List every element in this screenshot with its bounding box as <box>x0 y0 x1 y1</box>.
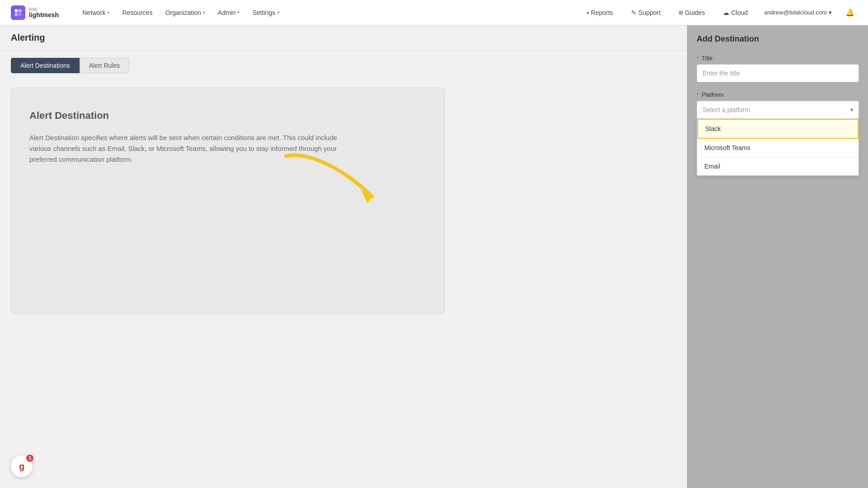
guides-icon: ⊞ <box>679 9 683 16</box>
nav-resources[interactable]: Resources <box>117 6 158 19</box>
card-title: Alert Destination <box>29 110 426 122</box>
avatar-badge: 3 <box>26 455 33 462</box>
notifications-bell-icon[interactable]: 🔔 <box>843 5 857 20</box>
nav-network[interactable]: Network ▾ <box>77 6 115 19</box>
svg-marker-4 <box>361 190 372 203</box>
page-title: Alerting <box>11 33 676 43</box>
title-input[interactable] <box>697 64 859 82</box>
tabs-area: Alert Destinations Alert Rules <box>0 51 687 73</box>
svg-rect-3 <box>19 13 22 16</box>
logo-lightmesh: lightmesh <box>29 12 59 18</box>
alert-destination-card: Alert Destination Alert Destination spec… <box>11 88 445 314</box>
logo-icon <box>11 5 25 20</box>
svg-rect-0 <box>15 9 18 12</box>
svg-rect-2 <box>15 13 18 16</box>
platform-dropdown: Slack Microsoft Teams Email <box>697 119 859 176</box>
nav-guides[interactable]: ⊞ Guides <box>673 6 710 19</box>
nav-right: ▪ Reports ✎ Support ⊞ Guides ☁ Cloud and… <box>581 5 857 20</box>
nav-cloud[interactable]: ☁ Cloud <box>717 6 753 19</box>
required-star: * <box>697 91 699 98</box>
right-sidebar: Add Destination * Title * Platform Selec… <box>687 25 868 488</box>
logo-text: tidal lightmesh <box>29 7 59 18</box>
required-star: * <box>697 55 699 61</box>
user-menu[interactable]: andrew@tidalcloud.com ▾ <box>760 6 835 19</box>
nav-reports[interactable]: ▪ Reports <box>581 6 618 19</box>
platform-option-microsoft-teams[interactable]: Microsoft Teams <box>697 139 859 157</box>
avatar-letter: g <box>19 461 24 472</box>
user-menu-chevron-icon: ▾ <box>829 9 832 16</box>
platform-option-email[interactable]: Email <box>697 157 859 175</box>
chart-icon: ▪ <box>587 9 589 16</box>
sidebar-title: Add Destination <box>697 34 859 44</box>
platform-option-slack[interactable]: Slack <box>697 119 859 139</box>
chevron-down-icon: ▾ <box>277 10 279 15</box>
page-header: Alerting <box>0 25 687 51</box>
nav-organization[interactable]: Organization ▾ <box>160 6 210 19</box>
nav-admin[interactable]: Admin ▾ <box>212 6 245 19</box>
nav-support[interactable]: ✎ Support <box>626 6 666 19</box>
platform-select-button[interactable]: Select a platform ▾ <box>697 101 859 119</box>
cloud-icon: ☁ <box>723 9 729 16</box>
card-description: Alert Destination specifies where alerts… <box>29 132 355 165</box>
svg-rect-1 <box>19 9 22 12</box>
content-area: Alerting Alert Destinations Alert Rules … <box>0 25 687 488</box>
tab-alert-destinations[interactable]: Alert Destinations <box>11 58 80 73</box>
nav-settings[interactable]: Settings ▾ <box>247 6 285 19</box>
top-navigation: tidal lightmesh Network ▾ Resources Orga… <box>0 0 868 25</box>
support-icon: ✎ <box>631 9 637 16</box>
user-avatar[interactable]: g 3 <box>11 455 33 477</box>
logo-tidal: tidal <box>29 7 59 12</box>
platform-select-container: Select a platform ▾ Slack Microsoft Team… <box>697 101 859 119</box>
main-content: Alert Destination Alert Destination spec… <box>0 73 687 488</box>
title-form-group: * Title <box>697 55 859 82</box>
nav-items: Network ▾ Resources Organization ▾ Admin… <box>77 6 578 19</box>
chevron-down-icon: ▾ <box>237 10 240 15</box>
logo[interactable]: tidal lightmesh <box>11 5 59 20</box>
tab-alert-rules[interactable]: Alert Rules <box>80 58 129 73</box>
tabs: Alert Destinations Alert Rules <box>11 58 676 73</box>
chevron-down-icon: ▾ <box>107 10 109 15</box>
platform-label: * Platform <box>697 91 859 98</box>
chevron-down-icon: ▾ <box>850 107 853 113</box>
title-label: * Title <box>697 55 859 61</box>
platform-form-group: * Platform Select a platform ▾ Slack Mic… <box>697 91 859 119</box>
chevron-down-icon: ▾ <box>203 10 205 15</box>
main-layout: Alerting Alert Destinations Alert Rules … <box>0 25 868 488</box>
